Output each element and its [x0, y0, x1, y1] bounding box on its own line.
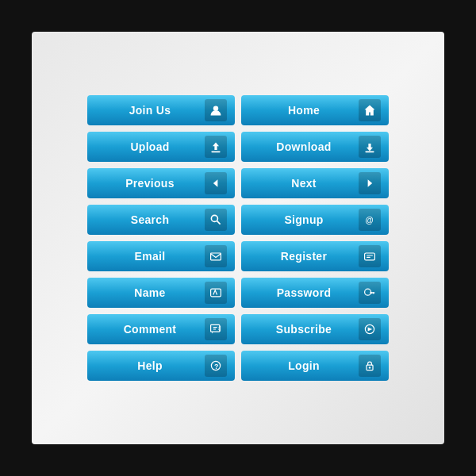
chevron-left-icon — [205, 172, 227, 194]
svg-text:@: @ — [365, 216, 373, 225]
svg-rect-6 — [211, 253, 221, 260]
next-label: Next — [249, 177, 359, 190]
main-frame: Join UsHomeUploadDownloadPreviousNextSea… — [32, 32, 444, 444]
previous-button[interactable]: Previous — [87, 168, 235, 198]
svg-rect-14 — [371, 292, 373, 294]
signup-label: Signup — [249, 213, 359, 226]
laptop-icon — [359, 245, 381, 267]
upload-button[interactable]: Upload — [87, 132, 235, 162]
subscribe-label: Subscribe — [249, 323, 359, 336]
next-button[interactable]: Next — [241, 168, 389, 198]
svg-rect-8 — [367, 255, 373, 255]
question-icon: ? — [205, 355, 227, 377]
help-label: Help — [95, 359, 205, 372]
password-label: Password — [249, 286, 359, 299]
name-button[interactable]: Name — [87, 278, 235, 308]
subscribe-button[interactable]: Subscribe — [241, 314, 389, 344]
signup-button[interactable]: Signup@ — [241, 205, 389, 235]
clipboard-icon — [205, 318, 227, 340]
download-label: Download — [249, 140, 359, 153]
email-label: Email — [95, 250, 205, 263]
home-button[interactable]: Home — [241, 95, 389, 125]
email-icon — [205, 245, 227, 267]
join-us-button[interactable]: Join Us — [87, 95, 235, 125]
key-icon — [359, 282, 381, 304]
svg-rect-9 — [367, 257, 370, 258]
login-label: Login — [249, 359, 359, 372]
search-icon — [205, 209, 227, 231]
svg-rect-15 — [211, 324, 220, 332]
svg-point-0 — [213, 106, 218, 110]
svg-rect-13 — [373, 292, 374, 294]
upload-label: Upload — [95, 140, 205, 153]
home-label: Home — [249, 104, 359, 117]
help-button[interactable]: Help? — [87, 351, 235, 381]
speech-icon — [205, 282, 227, 304]
email-button[interactable]: Email — [87, 241, 235, 271]
join-us-label: Join Us — [95, 104, 205, 117]
svg-point-11 — [365, 289, 371, 295]
register-label: Register — [249, 250, 359, 263]
upload-icon — [205, 136, 227, 158]
login-button[interactable]: Login — [241, 351, 389, 381]
download-icon — [359, 136, 381, 158]
search-button[interactable]: Search — [87, 205, 235, 235]
name-label: Name — [95, 286, 205, 299]
svg-point-3 — [211, 215, 217, 221]
comment-button[interactable]: Comment — [87, 314, 235, 344]
button-grid: Join UsHomeUploadDownloadPreviousNextSea… — [87, 95, 389, 381]
previous-label: Previous — [95, 177, 205, 190]
svg-rect-7 — [365, 253, 375, 260]
download-button[interactable]: Download — [241, 132, 389, 162]
svg-rect-1 — [211, 152, 220, 153]
comment-label: Comment — [95, 323, 205, 336]
home-icon — [359, 99, 381, 121]
register-button[interactable]: Register — [241, 241, 389, 271]
svg-line-4 — [217, 221, 221, 225]
svg-rect-2 — [365, 152, 374, 153]
password-button[interactable]: Password — [241, 278, 389, 308]
chevron-right-icon — [359, 172, 381, 194]
at-icon: @ — [359, 209, 381, 231]
lock-icon — [359, 355, 381, 377]
bell-icon — [359, 318, 381, 340]
svg-text:?: ? — [214, 363, 218, 370]
svg-point-20 — [369, 367, 370, 368]
person-icon — [205, 99, 227, 121]
search-label: Search — [95, 213, 205, 226]
